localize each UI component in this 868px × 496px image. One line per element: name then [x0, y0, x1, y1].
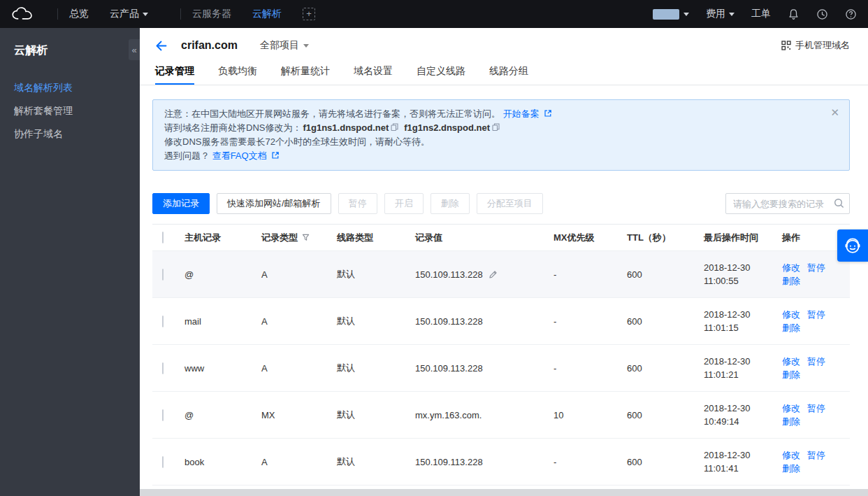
search-icon[interactable] — [834, 198, 844, 211]
delete-record-link[interactable]: 删除 — [782, 416, 800, 427]
value-cell: 150.109.113.228 — [415, 316, 554, 327]
pinned-tab-dns[interactable]: 云解析 — [252, 8, 282, 20]
sidebar-item-package-manage[interactable]: 解析套餐管理 — [0, 99, 140, 122]
external-link-icon[interactable] — [544, 109, 552, 118]
nav-overview[interactable]: 总览 — [69, 8, 89, 20]
pause-record-link[interactable]: 暂停 — [807, 356, 825, 367]
table-row: @ A 默认 150.109.113.228 - 600 2018-12-30 … — [152, 251, 850, 298]
edit-record-link[interactable]: 修改 — [782, 262, 800, 273]
table-row: book A 默认 150.109.113.228 - 600 2018-12-… — [152, 439, 850, 486]
edit-record-link[interactable]: 修改 — [782, 450, 800, 460]
row-checkbox[interactable] — [162, 456, 164, 468]
pause-record-link[interactable]: 暂停 — [807, 309, 825, 320]
toolbar: 添加记录 快速添加网站/邮箱解析 暂停 开启 删除 分配至项目 — [152, 193, 850, 214]
host-cell: book — [185, 457, 261, 467]
line-cell: 默认 — [337, 409, 415, 421]
pause-record-link[interactable]: 暂停 — [807, 262, 825, 273]
start-icp-link[interactable]: 开始备案 — [503, 108, 540, 119]
time-cell: 2018-12-30 11:01:15 — [704, 308, 782, 334]
tab-custom-lines[interactable]: 自定义线路 — [417, 63, 465, 85]
last-op-time: 11:01:15 — [704, 321, 776, 334]
chevron-down-icon — [303, 44, 309, 48]
topbar-left: 总览 云产品 云服务器 云解析 + — [11, 6, 315, 22]
quick-add-button[interactable]: 快速添加网站/邮箱解析 — [217, 193, 331, 214]
pinned-tab-cvm[interactable]: 云服务器 — [192, 8, 231, 20]
help-icon[interactable] — [845, 8, 857, 20]
delete-record-link[interactable]: 删除 — [782, 463, 800, 474]
notice-text: 注意：在中国大陆地区开展网站服务，请先将域名进行备案，否则将无法正常访问。 — [164, 108, 500, 119]
time-cell: 2018-12-30 10:49:14 — [704, 402, 782, 428]
ttl-cell: 600 — [627, 410, 704, 420]
row-checkbox[interactable] — [162, 269, 164, 281]
row-checkbox-cell — [152, 410, 185, 420]
action-line-2: 删除 — [782, 321, 844, 334]
tab-load-balance[interactable]: 负载均衡 — [218, 63, 257, 85]
sidebar-item-domain-list[interactable]: 域名解析列表 — [0, 76, 140, 99]
host-cell: @ — [185, 410, 261, 420]
pause-record-link[interactable]: 暂停 — [807, 403, 825, 413]
tab-domain-settings[interactable]: 域名设置 — [354, 63, 393, 85]
tencent-cloud-logo-icon[interactable] — [11, 6, 34, 22]
header-time: 最后操作时间 — [704, 231, 782, 244]
edit-value-icon[interactable] — [489, 270, 498, 279]
row-checkbox[interactable] — [162, 409, 164, 421]
delete-button[interactable]: 删除 — [431, 193, 470, 214]
header-checkbox-cell — [152, 232, 185, 243]
notice-line-4: 遇到问题？ 查看FAQ文档 — [164, 149, 821, 163]
filter-funnel-icon[interactable] — [302, 234, 310, 241]
assign-project-button[interactable]: 分配至项目 — [477, 193, 543, 214]
notice-text: 遇到问题？ — [164, 150, 210, 161]
select-all-checkbox[interactable] — [162, 232, 164, 243]
tabbar: 记录管理 负载均衡 解析量统计 域名设置 自定义线路 线路分组 — [140, 63, 868, 85]
tab-record-manage[interactable]: 记录管理 — [155, 63, 194, 85]
row-checkbox[interactable] — [162, 316, 164, 327]
notice-line-3: 修改DNS服务器需要最长72个小时的全球生效时间，请耐心等待。 — [164, 135, 821, 149]
sidebar-title: 云解析 — [0, 28, 140, 58]
copy-icon[interactable] — [391, 123, 398, 132]
pause-button[interactable]: 暂停 — [338, 193, 377, 214]
record-value: 150.109.113.228 — [415, 363, 483, 374]
host-cell: mail — [185, 316, 261, 327]
account-menu[interactable] — [653, 9, 689, 20]
row-checkbox[interactable] — [162, 362, 164, 374]
action-cell: 修改暂停 删除 — [782, 355, 850, 381]
add-tab-button[interactable]: + — [303, 8, 315, 20]
faq-doc-link[interactable]: 查看FAQ文档 — [212, 150, 267, 161]
project-filter-dropdown[interactable]: 全部项目 — [260, 39, 309, 52]
pinned-tab-dns-label: 云解析 — [252, 8, 282, 20]
edit-record-link[interactable]: 修改 — [782, 309, 800, 320]
pause-record-link[interactable]: 暂停 — [807, 450, 825, 460]
line-cell: 默认 — [337, 362, 415, 374]
delete-record-link[interactable]: 删除 — [782, 276, 800, 286]
clock-icon[interactable] — [816, 8, 828, 20]
notice-close-icon[interactable]: ✕ — [830, 107, 839, 118]
add-record-button[interactable]: 添加记录 — [152, 193, 210, 214]
feedback-widget-button[interactable] — [837, 229, 868, 262]
delete-record-link[interactable]: 删除 — [782, 323, 800, 333]
bell-icon[interactable] — [788, 8, 800, 20]
notice-text: 请到域名注册商处将DNS修改为： — [164, 122, 301, 133]
back-arrow-icon[interactable] — [155, 41, 167, 51]
mobile-manage-domain-button[interactable]: 手机管理域名 — [781, 39, 850, 52]
copy-icon[interactable] — [492, 123, 500, 132]
enable-button[interactable]: 开启 — [384, 193, 424, 214]
edit-record-link[interactable]: 修改 — [782, 403, 800, 413]
table-header-row: 主机记录 记录类型 线路类型 记录值 MX优先级 TTL（秒） 最后操作时间 — [152, 225, 850, 251]
edit-record-link[interactable]: 修改 — [782, 356, 800, 367]
value-cell: mx.ym.163.com. — [415, 410, 554, 420]
nav-billing[interactable]: 费用 — [706, 8, 735, 20]
support-smiley-icon — [843, 236, 862, 255]
nav-tickets[interactable]: 工单 — [751, 8, 771, 20]
tab-resolve-stats[interactable]: 解析量统计 — [281, 63, 330, 85]
sidebar-item-sub-domain[interactable]: 协作子域名 — [0, 122, 140, 146]
external-link-icon[interactable] — [271, 151, 280, 160]
type-cell: A — [261, 269, 337, 280]
nav-cloud-products[interactable]: 云产品 — [110, 8, 148, 20]
action-cell: 修改暂停 删除 — [782, 308, 850, 334]
tab-line-groups[interactable]: 线路分组 — [489, 63, 528, 85]
sidebar-collapse-button[interactable]: « — [129, 39, 140, 60]
search-input[interactable] — [725, 193, 850, 214]
host-cell: @ — [185, 269, 261, 280]
delete-record-link[interactable]: 删除 — [782, 369, 800, 380]
host-cell: www — [185, 363, 261, 374]
